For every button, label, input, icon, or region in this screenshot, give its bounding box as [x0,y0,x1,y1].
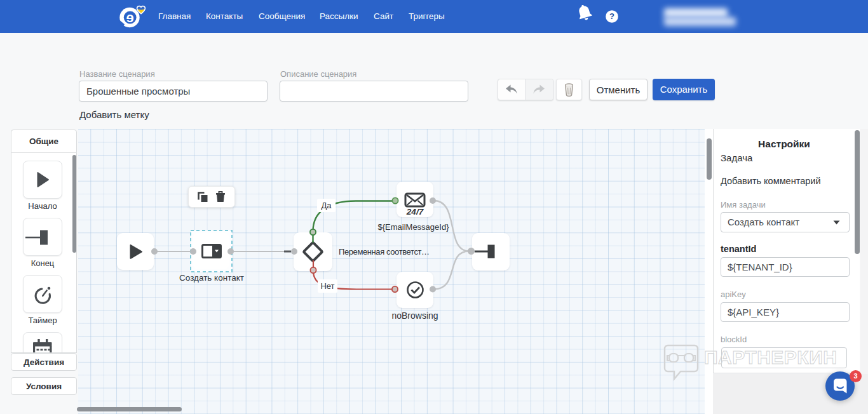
svg-text:?: ? [609,11,614,21]
svg-text:e: e [126,10,134,25]
